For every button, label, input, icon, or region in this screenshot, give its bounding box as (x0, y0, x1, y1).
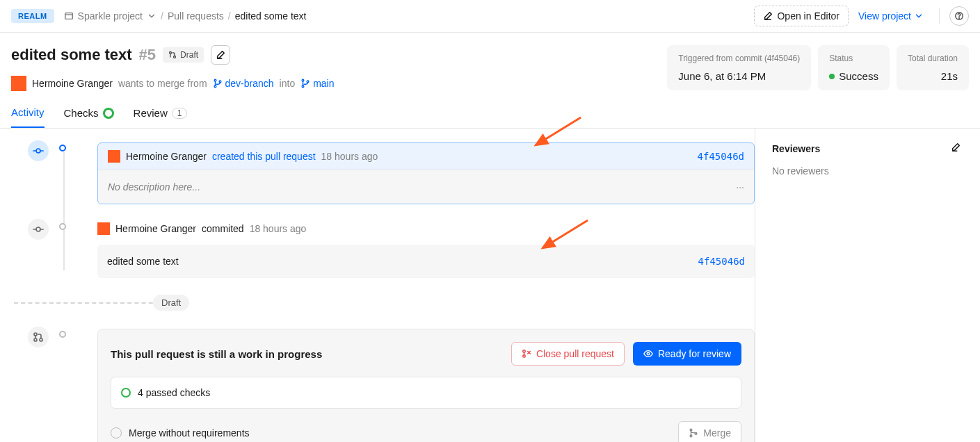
merge-button[interactable]: Merge (678, 421, 741, 442)
edit-icon (763, 11, 773, 21)
chevron-down-icon[interactable] (147, 11, 156, 21)
stat-status-value: Success (829, 70, 878, 82)
event-time: 18 hours ago (250, 223, 307, 234)
success-dot-icon (829, 74, 835, 79)
breadcrumb: Sparkle project / Pull requests / edited… (64, 10, 307, 22)
open-in-editor-button[interactable]: Open in Editor (754, 6, 849, 26)
eye-icon (643, 349, 653, 359)
merge-line: Hermoine Granger wants to merge from dev… (11, 76, 667, 91)
project-icon (64, 11, 74, 21)
event-time: 18 hours ago (321, 151, 378, 162)
ready-for-review-label: Ready for review (658, 348, 731, 359)
review-count-badge: 1 (172, 108, 188, 119)
stat-status: Status Success (818, 45, 890, 90)
timeline-commit-icon (28, 219, 49, 240)
pull-request-icon (168, 51, 177, 59)
view-project-link[interactable]: View project (849, 6, 933, 26)
avatar (108, 150, 120, 163)
wip-card: This pull request is still a work in pro… (97, 329, 755, 442)
commit-hash[interactable]: 4f45046d (698, 151, 744, 162)
tab-review-label: Review (134, 107, 168, 119)
timeline-node (59, 223, 66, 230)
tab-activity[interactable]: Activity (11, 106, 45, 128)
stat-trigger-label: Triggered from commit (4f45046) (678, 54, 800, 63)
close-pr-button[interactable]: Close pull request (511, 342, 625, 366)
stat-status-label: Status (829, 54, 878, 63)
divider (939, 8, 940, 24)
draft-pill: Draft (153, 295, 189, 311)
event-action: commited (202, 223, 244, 234)
merge-without-radio[interactable] (111, 427, 122, 439)
to-branch-label: main (313, 78, 334, 89)
breadcrumb-section[interactable]: Pull requests (168, 10, 224, 22)
svg-rect-0 (65, 13, 72, 19)
commit-hash[interactable]: 4f45046d (698, 256, 745, 267)
pr-header: edited some text #5 Draft Hermoine Grang… (0, 33, 980, 91)
merge-text-2: into (280, 78, 296, 89)
stats-row: Triggered from commit (4f45046) June 6, … (667, 45, 969, 90)
to-branch[interactable]: main (300, 78, 334, 89)
close-pr-label: Close pull request (536, 348, 614, 359)
avatar (97, 222, 110, 235)
checks-text: 4 passed checks (138, 387, 210, 398)
crumb-separator: / (228, 10, 231, 22)
event-author[interactable]: Hermoine Granger (126, 151, 207, 162)
timeline-pr-icon (28, 327, 49, 347)
branch-icon (213, 79, 223, 88)
tabs: Activity Checks Review 1 (0, 91, 980, 129)
no-description-text: No description here... (108, 181, 200, 193)
stat-duration-value: 21s (908, 70, 958, 82)
author-name[interactable]: Hermoine Granger (32, 78, 113, 89)
checks-box[interactable]: 4 passed checks (111, 377, 741, 409)
event-commit: Hermoine Granger commited 18 hours ago e… (97, 221, 755, 278)
event-created-pr: Hermoine Granger created this pull reque… (97, 142, 755, 204)
checks-pass-icon (121, 388, 131, 398)
help-button[interactable] (949, 6, 969, 26)
from-branch-label: dev-branch (225, 78, 274, 89)
svg-point-11 (36, 149, 40, 153)
open-in-editor-label: Open in Editor (777, 10, 840, 22)
timeline-line (63, 152, 65, 270)
body: Hermoine Granger created this pull reque… (0, 129, 980, 442)
edit-reviewers-button[interactable] (951, 142, 961, 154)
tab-checks-label: Checks (64, 107, 99, 119)
draft-chip-label: Draft (180, 50, 198, 60)
branch-icon (300, 79, 310, 88)
merge-icon (689, 428, 698, 438)
crumb-separator: / (161, 10, 163, 22)
merge-button-label: Merge (703, 427, 731, 439)
merge-row: Merge without requirements Merge (111, 421, 741, 442)
svg-point-18 (647, 352, 650, 355)
pencil-icon (216, 50, 225, 60)
logo-badge: REALM (11, 9, 54, 23)
stat-duration-label: Total duration (908, 54, 958, 63)
merge-text-1: wants to merge from (118, 78, 207, 89)
chevron-down-icon (914, 11, 924, 21)
sidebar: Reviewers No reviewers (755, 129, 977, 442)
breadcrumb-current: edited some text (235, 10, 307, 22)
avatar (11, 76, 26, 91)
event-action[interactable]: created this pull request (212, 151, 316, 162)
timeline-node (59, 145, 66, 152)
draft-chip: Draft (163, 47, 204, 63)
breadcrumb-project[interactable]: Sparkle project (78, 10, 143, 22)
tab-checks[interactable]: Checks (64, 106, 114, 128)
no-reviewers-text: No reviewers (772, 165, 961, 177)
stat-status-text: Success (839, 70, 878, 82)
timeline: Hermoine Granger created this pull reque… (0, 129, 755, 442)
reviewers-title: Reviewers (772, 143, 820, 154)
ready-for-review-button[interactable]: Ready for review (633, 342, 741, 366)
tab-review[interactable]: Review 1 (134, 106, 188, 128)
event-author[interactable]: Hermoine Granger (115, 223, 196, 234)
page-title: edited some text (11, 46, 132, 64)
pencil-icon (951, 142, 961, 152)
stat-trigger: Triggered from commit (4f45046) June 6, … (667, 45, 811, 90)
stat-duration: Total duration 21s (897, 45, 969, 90)
dashed-line (14, 302, 160, 304)
edit-title-button[interactable] (211, 45, 230, 65)
more-menu[interactable]: ··· (736, 181, 744, 193)
pr-number: #5 (139, 46, 156, 64)
description-row: No description here... ··· (98, 170, 754, 204)
close-pr-icon (522, 349, 531, 359)
from-branch[interactable]: dev-branch (213, 78, 274, 89)
